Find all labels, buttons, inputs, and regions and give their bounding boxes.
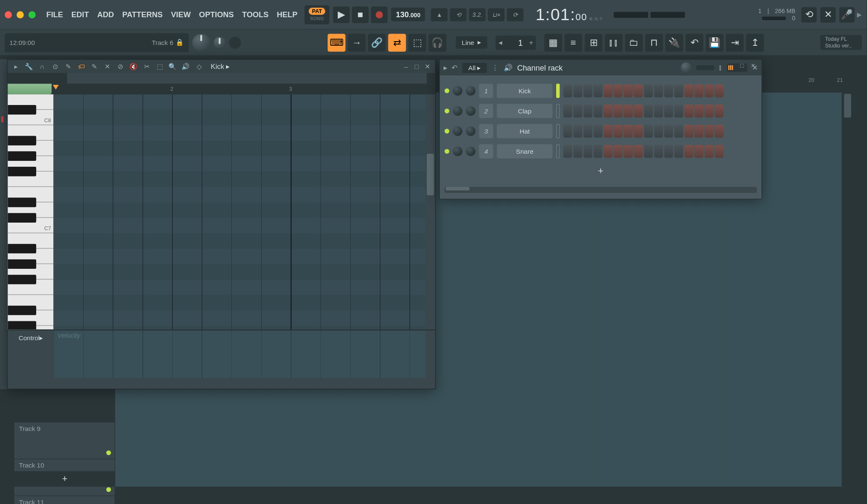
step-button[interactable] — [684, 125, 693, 138]
step-button[interactable] — [624, 84, 633, 97]
channel-number[interactable]: 4 — [479, 144, 493, 158]
close-window-button[interactable] — [5, 11, 12, 18]
track-row[interactable]: Track 9 — [14, 423, 115, 459]
pianoroll-title[interactable]: Kick ▸ — [211, 62, 230, 71]
menu-edit[interactable]: EDIT — [68, 8, 92, 21]
channel-number[interactable]: 3 — [479, 124, 493, 138]
step-button[interactable] — [674, 125, 683, 138]
pr-close-button[interactable]: ✕ — [423, 62, 431, 71]
channel-select[interactable] — [556, 84, 560, 98]
pr-play-icon[interactable]: 🔊 — [181, 62, 191, 71]
step-button[interactable] — [634, 105, 643, 118]
blend-button[interactable]: ⊔+ — [488, 8, 505, 21]
pr-select-icon[interactable]: ⬚ — [155, 62, 165, 71]
channel-number[interactable]: 1 — [479, 84, 493, 98]
step-button[interactable] — [604, 145, 612, 158]
menu-add[interactable]: ADD — [94, 8, 118, 21]
browser-button[interactable]: 🗀 — [625, 34, 643, 51]
step-button[interactable] — [694, 84, 703, 97]
tempo-tap-button[interactable]: ⊓ — [645, 34, 663, 51]
step-button[interactable] — [704, 84, 713, 97]
channel-pan-knob[interactable] — [453, 126, 462, 136]
step-button[interactable] — [664, 105, 673, 118]
maximize-window-button[interactable] — [29, 11, 36, 18]
pr-active-tab[interactable] — [8, 84, 52, 94]
undo-history-button[interactable]: ⟲ — [801, 7, 817, 22]
channel-vol-knob[interactable] — [466, 86, 476, 96]
step-button[interactable] — [694, 105, 703, 118]
playhead-marker[interactable] — [53, 85, 59, 89]
one-click-button[interactable]: ↥ — [746, 34, 764, 51]
channel-mute-led[interactable] — [444, 89, 449, 93]
wait-button[interactable]: ⟲ — [450, 8, 467, 21]
channel-vol-knob[interactable] — [466, 147, 476, 156]
step-button[interactable] — [594, 84, 602, 97]
step-button[interactable] — [583, 145, 592, 158]
step-button[interactable] — [684, 105, 693, 118]
step-button[interactable] — [664, 84, 673, 97]
cr-filter-select[interactable]: All ▸ — [462, 63, 487, 73]
cr-menu-icon[interactable]: ▸ — [444, 63, 447, 72]
horiz-slider[interactable] — [229, 37, 241, 48]
pr-overview[interactable] — [8, 73, 435, 84]
cr-max-button[interactable]: □ — [740, 62, 747, 69]
cr-graph[interactable] — [696, 65, 714, 70]
pat-song-toggle[interactable]: PAT SONG — [305, 5, 329, 24]
plugin-button[interactable]: 🔌 — [665, 34, 683, 51]
pr-magnet-icon[interactable]: ∩ — [37, 62, 47, 71]
step-button[interactable] — [684, 145, 693, 158]
step-button[interactable] — [654, 125, 663, 138]
step-button[interactable] — [704, 145, 713, 158]
menu-file[interactable]: FILE — [43, 8, 67, 21]
pr-slip-icon[interactable]: 🔇 — [129, 62, 139, 71]
snap-selector[interactable]: Line▸ — [456, 36, 487, 49]
pr-mute-icon[interactable]: ⊘ — [116, 62, 126, 71]
scroll-thumb[interactable] — [844, 94, 851, 118]
loop-rec-button[interactable]: ⟳ — [507, 8, 524, 21]
scroll-thumb[interactable] — [446, 187, 470, 190]
pr-tool-icon[interactable]: 🔧 — [24, 62, 34, 71]
step-button[interactable] — [664, 125, 673, 138]
typing-kbd-button[interactable]: ⌨ — [328, 34, 345, 51]
channel-mute-led[interactable] — [444, 109, 449, 113]
pattern-selector[interactable]: ◂ 1 + — [496, 35, 536, 50]
channelrack-button[interactable]: ⊞ — [585, 34, 602, 51]
play-button[interactable]: ▶ — [333, 6, 350, 23]
channel-vol-knob[interactable] — [466, 106, 476, 116]
step-button[interactable] — [573, 125, 582, 138]
step-button[interactable] — [715, 145, 723, 158]
step-button[interactable] — [583, 125, 592, 138]
step-button[interactable] — [624, 125, 633, 138]
step-button[interactable] — [715, 84, 723, 97]
step-button[interactable] — [583, 84, 592, 97]
track-row[interactable]: Track 11 — [14, 496, 115, 504]
step-button[interactable] — [644, 145, 653, 158]
mic-button[interactable]: 🎤 — [839, 7, 855, 22]
menu-patterns[interactable]: PATTERNS — [119, 8, 166, 21]
channel-pan-knob[interactable] — [453, 147, 462, 156]
menu-tools[interactable]: TOOLS — [239, 8, 272, 21]
step-button[interactable] — [654, 105, 663, 118]
mixer-button[interactable]: ⫿⫿ — [605, 34, 623, 51]
playlist-button[interactable]: ▦ — [544, 34, 562, 51]
channel-name-button[interactable]: Snare — [497, 144, 553, 158]
step-button[interactable] — [694, 145, 703, 158]
pr-stamp-icon[interactable]: ⊙ — [50, 62, 60, 71]
step-button[interactable] — [563, 105, 572, 118]
pr-maximize-button[interactable]: □ — [412, 62, 421, 71]
minimize-window-button[interactable] — [17, 11, 24, 18]
step-button[interactable] — [634, 84, 643, 97]
step-button[interactable] — [614, 105, 623, 118]
pr-erase-icon[interactable]: ✕ — [102, 62, 112, 71]
step-button[interactable] — [674, 105, 683, 118]
step-button[interactable] — [563, 125, 572, 138]
track-led[interactable] — [106, 450, 111, 455]
channel-select[interactable] — [556, 144, 560, 158]
step-button[interactable] — [674, 145, 683, 158]
channel-vol-knob[interactable] — [466, 126, 476, 136]
countdown-button[interactable]: 3.2. — [469, 8, 486, 21]
channel-select[interactable] — [556, 104, 560, 118]
master-volume-knob[interactable] — [192, 34, 210, 51]
pianoroll-button[interactable]: ≡ — [564, 34, 582, 51]
step-button[interactable] — [704, 105, 713, 118]
